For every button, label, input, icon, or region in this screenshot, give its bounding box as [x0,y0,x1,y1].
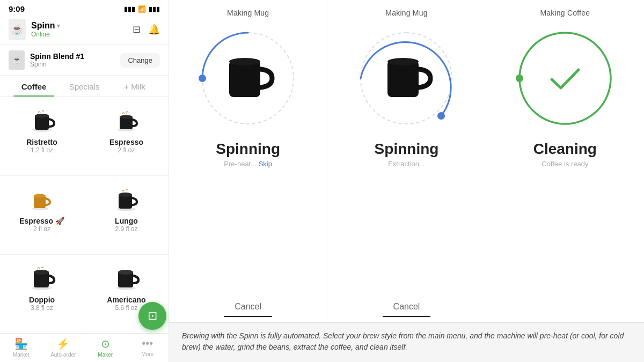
stage-1-content [194,25,302,132]
status-icons: ▮▮▮ 📶 ▮▮▮ [124,5,160,13]
list-item[interactable]: Espresso 2 fl oz [84,97,169,176]
info-bar: Brewing with the Spinn is fully automate… [169,322,644,362]
svg-point-8 [34,194,46,197]
list-item[interactable]: Ristretto 1.2 fl oz [0,97,84,176]
blend-name: Spinn Blend #1 [30,52,84,61]
stage-1-sub: Pre-heat... Skip [224,160,272,168]
nav-maker-label: Maker [98,352,113,358]
device-name: Spinn [31,21,55,31]
device-info: ☕ Spinn ▾ Online [9,19,60,40]
device-row: ☕ Spinn ▾ Online ⊟ 🔔 [0,16,169,45]
bell-icon[interactable]: 🔔 [148,24,160,35]
stage-1-skip-link[interactable]: Skip [259,160,272,168]
coffee-img-americano [111,264,143,291]
device-actions: ⊟ 🔔 [133,24,160,35]
fab-button[interactable]: ⊡ [138,302,166,330]
nav-more[interactable]: ••• More [127,337,169,358]
signal-icon: ▮▮▮ [124,5,135,13]
stage-3-circle [511,25,619,132]
stage-3-content [511,25,619,132]
coffee-tabs: Coffee Specials + Milk [0,76,169,97]
coffee-name: Lungo [115,217,138,225]
nav-autoorder-label: Auto-order [50,352,76,358]
stage-2-sub: Extraction... [388,160,425,168]
device-status: Online [31,31,60,38]
list-item[interactable]: Lungo 2.9 fl oz [84,176,169,255]
stage-2-title: Making Mug [385,9,427,17]
stage-1-circle [194,25,302,132]
device-chevron-icon[interactable]: ▾ [57,22,60,29]
info-text: Brewing with the Spinn is fully automate… [182,331,624,352]
svg-point-2 [35,114,49,118]
time-display: 9:09 [9,4,25,13]
stage-2-content [353,25,460,132]
blend-row: ☕ Spinn Blend #1 Spinn Change [0,45,169,76]
stage-3-action: Cleaning [533,141,597,158]
nav-market-label: Market [13,352,30,358]
stage-1-cancel-button[interactable]: Cancel [224,298,272,317]
list-item[interactable]: Doppio 3.8 fl oz [0,255,84,334]
device-details: Spinn ▾ Online [31,21,60,38]
svg-point-17 [118,270,133,275]
device-icon: ☕ [9,19,26,40]
autoorder-icon: ⚡ [56,337,70,350]
coffee-img-lungo [111,186,143,212]
stage-2-circle [353,25,460,132]
brew-stages: Making Mug [169,0,644,322]
nav-autoorder[interactable]: ⚡ Auto-order [42,337,85,358]
svg-point-11 [119,193,132,197]
more-icon: ••• [142,337,153,350]
svg-rect-24 [387,61,419,97]
svg-rect-20 [229,61,260,97]
coffee-img-espresso [111,107,143,134]
svg-point-5 [120,115,133,119]
change-blend-button[interactable]: Change [120,53,160,68]
tab-specials[interactable]: Specials [59,76,109,97]
coffee-grid: Ristretto 1.2 fl oz Espresso 2 fl oz [0,97,169,334]
filter-icon[interactable]: ⊟ [133,24,141,35]
bottom-nav: 🏪 Market ⚡ Auto-order ⊙ Maker ••• More [0,334,169,362]
stage-1-action: Spinning [216,141,280,158]
coffee-name: Doppio [29,295,55,304]
coffee-size: 2 fl oz [33,225,50,233]
coffee-img-ristretto [26,107,58,134]
tab-milk[interactable]: + Milk [109,76,160,97]
status-bar: 9:09 ▮▮▮ 📶 ▮▮▮ [0,0,169,16]
main-content: Making Mug [169,0,644,362]
stage-2: Making Mug Spinni [327,0,486,322]
coffee-name: Ristretto [26,138,57,146]
coffee-size: 1.2 fl oz [31,146,53,154]
coffee-img-espresso-rocket [26,186,58,212]
tab-coffee[interactable]: Coffee [9,76,59,97]
coffee-name: Americano [107,295,145,304]
stage-3-sub: Coffee is ready [541,160,588,168]
list-item[interactable]: Espresso 🚀 2 fl oz [0,176,84,255]
nav-market[interactable]: 🏪 Market [0,337,42,358]
stage-2-action: Spinning [375,141,439,158]
maker-icon: ⊙ [101,337,110,350]
stage-1: Making Mug [169,0,327,322]
svg-point-21 [229,58,260,65]
stage-3-title: Making Coffee [540,9,590,17]
nav-maker[interactable]: ⊙ Maker [84,337,127,358]
nav-more-label: More [141,351,153,357]
stage-1-title: Making Mug [227,9,269,17]
coffee-size: 2 fl oz [118,146,135,154]
fab-icon: ⊡ [148,309,157,323]
coffee-name: Espresso 🚀 [19,217,64,225]
blend-sub: Spinn [30,61,84,68]
coffee-name: Espresso [109,138,143,146]
battery-icon: ▮▮▮ [149,5,160,13]
stage-2-cancel-button[interactable]: Cancel [383,298,431,317]
coffee-img-doppio [26,264,58,291]
blend-details: Spinn Blend #1 Spinn [30,52,84,68]
blend-icon: ☕ [9,50,25,70]
market-icon: 🏪 [14,337,28,350]
stage-3: Making Coffee Cleaning Coffee is ready [486,0,644,322]
blend-info: ☕ Spinn Blend #1 Spinn [9,50,84,70]
svg-point-25 [387,58,419,65]
coffee-size: 5.6 fl oz [115,304,137,312]
coffee-size: 2.9 fl oz [115,225,137,233]
wifi-icon: 📶 [138,5,146,13]
coffee-size: 3.8 fl oz [31,304,53,312]
